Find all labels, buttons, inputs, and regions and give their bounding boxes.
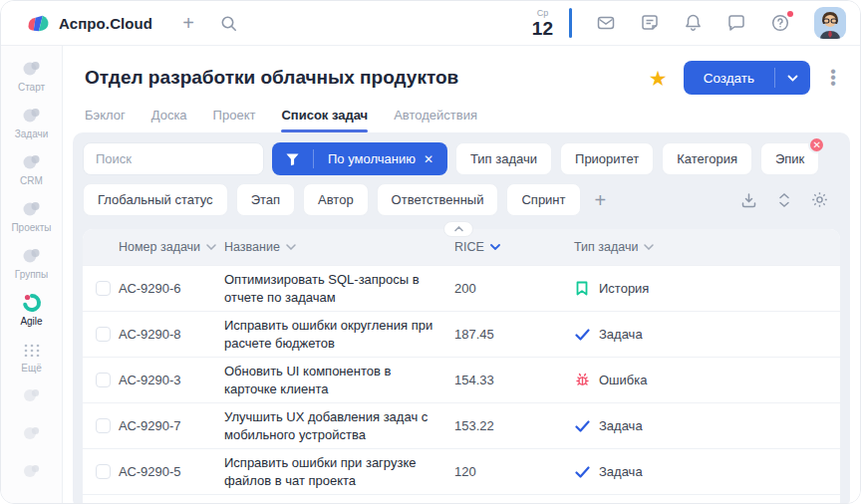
brand-logo[interactable]: Аспро.Cloud (27, 13, 152, 34)
row-checkbox[interactable] (96, 281, 111, 296)
task-type-cell: Ошибка (574, 373, 840, 387)
sidebar: Старт Зада (1, 46, 63, 503)
page-title: Отдел разработки облачных продуктов (85, 67, 458, 89)
sidebar-item[interactable]: Старт (1, 59, 62, 93)
column-header-number[interactable]: Номер задачи (119, 240, 224, 254)
task-title[interactable]: Обновить UI компонентов в карточке клиен… (224, 363, 454, 397)
filter-chip-label: Этап (251, 192, 280, 207)
sidebar-item[interactable]: Группы (1, 246, 62, 280)
faded-icon[interactable] (22, 386, 42, 404)
row-checkbox[interactable] (96, 327, 111, 342)
filter-chip[interactable]: Автор (303, 183, 369, 216)
task-title[interactable]: Исправить ошибки при загрузке файлов в ч… (224, 454, 454, 489)
tab[interactable]: Доска (151, 108, 187, 132)
task-type-cell: Задача (574, 327, 840, 342)
bell-icon[interactable] (684, 13, 703, 33)
preset-clear-icon[interactable]: ✕ (424, 152, 433, 166)
filter-chip-label: Ответственный (392, 192, 484, 207)
sidebar-item[interactable]: Задачи (1, 106, 62, 139)
task-type-label: Задача (599, 418, 643, 433)
filter-chip[interactable]: Этап (236, 183, 295, 216)
task-type-icon (574, 373, 590, 387)
chat-icon[interactable] (726, 13, 746, 33)
tab[interactable]: Проект (213, 108, 256, 132)
sidebar-item-label: CRM (20, 175, 43, 186)
sidebar-item[interactable]: CRM (1, 152, 62, 186)
quick-add-button[interactable]: + (182, 13, 194, 33)
top-bar: Аспро.Cloud + Ср 12 (1, 1, 860, 46)
sort-chevron-icon (286, 244, 296, 250)
search-icon[interactable] (220, 15, 237, 32)
column-header-title[interactable]: Название (224, 240, 454, 254)
filter-chip[interactable]: Категория (662, 142, 752, 175)
tab[interactable]: Автодействия (394, 108, 477, 132)
filter-chip[interactable]: Тип задачи (455, 142, 552, 175)
create-button-label[interactable]: Создать (684, 61, 774, 95)
table-row[interactable]: АС-9290-5 Исправить ошибки при загрузке … (83, 448, 840, 494)
task-number[interactable]: АС-9290-8 (119, 327, 224, 342)
filter-chip[interactable]: Спринт (506, 183, 580, 216)
filter-chip[interactable]: Эпик ✕ (760, 142, 819, 175)
gear-icon[interactable] (811, 191, 828, 208)
sidebar-item-icon (23, 340, 41, 360)
table-row[interactable]: АС-9290-3 Обновить UI компонентов в карт… (83, 357, 840, 402)
favorite-star-icon[interactable]: ★ (649, 68, 668, 89)
page-header: Отдел разработки облачных продуктов ★ Со… (63, 46, 860, 95)
task-number[interactable]: АС-9290-5 (119, 464, 224, 479)
chip-clear-badge[interactable]: ✕ (808, 136, 825, 153)
column-header-label: RICE (454, 240, 484, 254)
create-dropdown-caret[interactable] (775, 61, 810, 95)
more-options-icon[interactable]: ••• (826, 69, 840, 87)
faded-icon[interactable] (22, 424, 42, 442)
row-checkbox[interactable] (96, 464, 111, 479)
filter-chip-label: Приоритет (575, 151, 639, 166)
sidebar-item-icon (22, 106, 42, 126)
column-header-label: Название (224, 240, 280, 254)
tab[interactable]: Список задач (281, 108, 368, 132)
faded-icon[interactable] (22, 462, 42, 480)
task-title[interactable]: Разработать интеграцию с Telegram-ботом … (224, 500, 454, 503)
sidebar-item-label: Старт (18, 82, 45, 93)
avatar[interactable] (814, 7, 846, 39)
calendar-date-widget[interactable]: Ср 12 (532, 9, 553, 38)
task-number[interactable]: АС-9290-6 (119, 281, 224, 296)
help-icon[interactable] (770, 13, 790, 33)
table-row[interactable]: АС-9290-4 Разработать интеграцию с Teleg… (83, 494, 840, 503)
task-number[interactable]: АС-9290-7 (119, 418, 224, 433)
sort-chevron-icon (206, 244, 216, 250)
brand-logo-icon (27, 13, 50, 34)
filter-preset-button[interactable]: По умолчанию ✕ (272, 142, 447, 175)
column-header-rice[interactable]: RICE (454, 240, 574, 254)
table-row[interactable]: АС-9290-8 Исправить ошибки округления пр… (83, 311, 840, 357)
filter-chip[interactable]: Глобальный статус (83, 183, 228, 216)
filter-chip[interactable]: Ответственный (377, 183, 499, 216)
row-checkbox[interactable] (96, 418, 111, 433)
search-input[interactable] (83, 142, 264, 175)
tab[interactable]: Бэклог (85, 108, 126, 132)
sidebar-item[interactable]: Agile (1, 293, 62, 327)
filter-chip[interactable]: Приоритет (560, 142, 654, 175)
collapse-rows-icon[interactable] (777, 192, 791, 208)
sidebar-item[interactable]: Проекты (1, 199, 62, 233)
task-title[interactable]: Оптимизировать SQL-запросы в отчете по з… (224, 271, 454, 306)
tab-bar: БэклогДоскаПроектСписок задачАвтодействи… (63, 95, 860, 132)
task-title[interactable]: Улучшить UX добавления задач с мобильног… (224, 408, 454, 443)
task-title[interactable]: Исправить ошибки округления при расчете … (224, 317, 454, 352)
column-header-label: Тип задачи (574, 240, 638, 254)
funnel-icon[interactable] (272, 142, 313, 175)
sidebar-item[interactable]: Ещё (1, 340, 62, 374)
download-icon[interactable] (740, 192, 757, 208)
table-row[interactable]: АС-9290-7 Улучшить UX добавления задач с… (83, 402, 840, 448)
row-checkbox[interactable] (96, 373, 111, 387)
filter-row-1: По умолчанию ✕ Тип задачи Приоритет Кате… (83, 142, 840, 175)
task-number[interactable]: АС-9290-3 (119, 373, 224, 387)
column-header-label: Номер задачи (119, 240, 200, 254)
note-icon[interactable] (640, 13, 660, 33)
mail-icon[interactable] (596, 13, 616, 33)
preset-label[interactable]: По умолчанию ✕ (314, 142, 447, 175)
create-button[interactable]: Создать (684, 61, 810, 95)
collapse-header-pill[interactable] (443, 221, 473, 237)
column-header-type[interactable]: Тип задачи (574, 240, 840, 254)
add-filter-button[interactable]: + (589, 190, 613, 210)
table-row[interactable]: АС-9290-6 Оптимизировать SQL-запросы в о… (83, 265, 840, 311)
